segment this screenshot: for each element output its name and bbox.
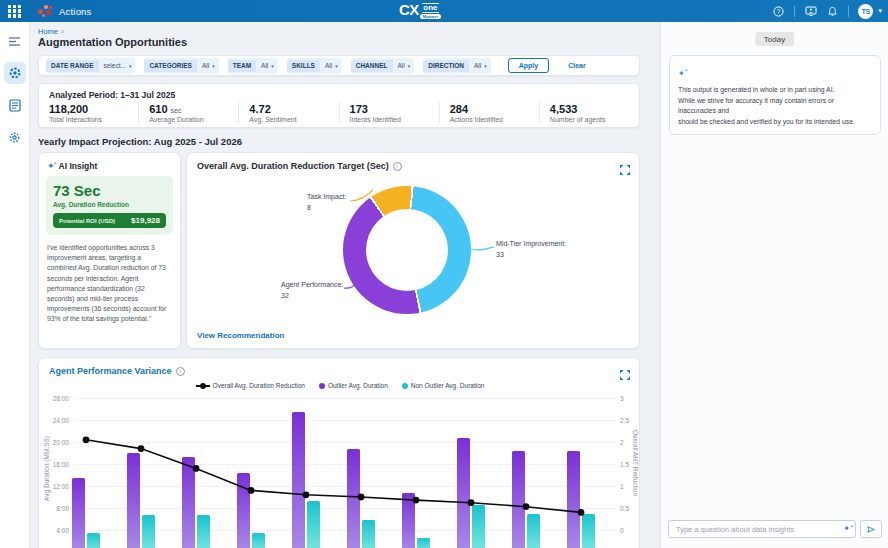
duration-reduction-label: Avg. Duration Reduction xyxy=(53,201,166,208)
line-point xyxy=(413,497,420,504)
line-point xyxy=(193,465,200,472)
chevron-down-icon[interactable]: ▾ xyxy=(878,7,882,15)
legend-overall-reduction[interactable]: Overall Avg. Duration Reduction xyxy=(196,382,305,389)
filter-channel[interactable]: CHANNEL All ▾ xyxy=(351,58,415,74)
summary-card: Analyzed Period: 1–31 Jul 2025 118,200 T… xyxy=(38,83,640,128)
line-point xyxy=(578,509,585,516)
cxone-logo: CX one Mpower xyxy=(399,2,441,19)
filter-categories[interactable]: CATEGORIES All ▾ xyxy=(144,58,218,74)
page-title: Augmentation Opportunities xyxy=(38,36,187,48)
ai-insight-highlight: 73 Sec Avg. Duration Reduction Potential… xyxy=(46,176,173,235)
filter-date-range[interactable]: DATE RANGE select... ▾ xyxy=(46,58,135,74)
agent-performance-variance-card: Agent Performance Variance i Overall Avg… xyxy=(38,357,640,548)
axis-tick-left: 8:00 xyxy=(56,505,69,512)
axis-tick-left: 16:00 xyxy=(53,461,69,468)
duration-reduction-target-card: Overall Avg. Duration Reduction Target (… xyxy=(186,152,640,349)
filter-bar: DATE RANGE select... ▾ CATEGORIES All ▾ … xyxy=(38,55,640,76)
ai-disclaimer-card: ✦ This output is generated in whole or i… xyxy=(669,55,881,135)
variance-line xyxy=(86,440,581,513)
clear-button[interactable]: Clear xyxy=(562,61,592,70)
nav-form-icon[interactable] xyxy=(4,94,26,116)
line-point xyxy=(248,487,255,494)
app-root: Actions CX one Mpower ? TS ▾ xyxy=(0,0,888,548)
apply-button[interactable]: Apply xyxy=(508,58,549,73)
chat-input-box: ✦ xyxy=(668,520,856,538)
donut-hole xyxy=(366,209,448,291)
nav-list-icon[interactable] xyxy=(4,30,26,52)
donut-label-task-impact: Task Impact: 8 xyxy=(307,192,346,213)
section-title: Yearly Impact Projection: Aug 2025 - Jul… xyxy=(38,136,242,147)
legend-dot-non-outlier xyxy=(402,383,408,389)
left-nav-rail xyxy=(0,22,30,548)
info-icon[interactable]: i xyxy=(176,367,185,376)
metric-actions-identified: 284 Actions Identified xyxy=(439,102,539,123)
axis-tick-left: 28:00 xyxy=(53,395,69,402)
svg-text:?: ? xyxy=(777,7,781,14)
donut-label-mid-tier: Mid-Tier Improvement: 33 xyxy=(496,239,566,260)
axis-tick-right: 3 xyxy=(620,395,624,402)
ai-insight-title: AI Insight xyxy=(59,161,98,171)
sparkle-ai-icon: ✦ xyxy=(47,162,55,170)
line-point xyxy=(303,491,310,498)
chevron-down-icon: ▾ xyxy=(408,63,411,69)
leader-mid xyxy=(471,247,494,250)
ai-insight-body: I've identified opportunities across 3 i… xyxy=(39,235,180,333)
sparkle-ai-icon: ✦ xyxy=(678,69,685,78)
line-point xyxy=(523,503,530,510)
send-icon xyxy=(867,525,875,534)
nav-settings-gear-icon[interactable] xyxy=(4,126,26,148)
axis-tick-right: 0 xyxy=(620,527,624,534)
chevron-down-icon: ▾ xyxy=(335,63,338,69)
topbar: Actions CX one Mpower ? TS ▾ xyxy=(0,0,888,22)
bell-icon[interactable] xyxy=(826,5,839,18)
chevron-down-icon: ▾ xyxy=(484,63,487,69)
topbar-separator xyxy=(848,6,849,17)
app-grid-icon[interactable] xyxy=(8,5,21,18)
duration-reduction-value: 73 Sec xyxy=(53,182,166,199)
view-recommendation-link[interactable]: View Recommendation xyxy=(197,331,284,340)
legend-dot-outlier xyxy=(319,383,325,389)
breadcrumb[interactable]: Home > xyxy=(38,27,65,36)
variance-line-svg xyxy=(75,398,615,548)
axis-tick-right: 0.5 xyxy=(620,505,629,512)
chat-input[interactable] xyxy=(674,524,843,535)
legend-line-marker xyxy=(196,385,210,387)
chevron-down-icon: ▾ xyxy=(129,63,132,69)
metric-average-duration: 610 sec Average Duration xyxy=(138,102,238,123)
axis-tick-left: 24:00 xyxy=(53,417,69,424)
line-point xyxy=(138,445,145,452)
metric-total-interactions: 118,200 Total Interactions xyxy=(49,102,138,123)
filter-skills[interactable]: SKILLS All ▾ xyxy=(287,58,342,74)
info-icon[interactable]: i xyxy=(393,162,402,171)
chevron-down-icon: ▾ xyxy=(271,63,274,69)
analyzed-period: Analyzed Period: 1–31 Jul 2025 xyxy=(39,84,639,102)
screen-agent-icon[interactable] xyxy=(804,5,817,18)
axis-tick-right: 1 xyxy=(620,483,624,490)
line-point xyxy=(83,436,90,443)
chevron-down-icon: ▾ xyxy=(212,63,215,69)
ai-assistant-panel: Today ✦ This output is generated in whol… xyxy=(660,22,888,548)
topbar-separator xyxy=(794,6,795,17)
user-avatar[interactable]: TS xyxy=(858,4,873,19)
axis-tick-right: 1.5 xyxy=(620,461,629,468)
variance-grid xyxy=(75,398,615,548)
line-point xyxy=(358,494,365,501)
help-icon[interactable]: ? xyxy=(772,5,785,18)
variance-card-title: Agent Performance Variance xyxy=(49,366,172,376)
donut-card-title: Overall Avg. Duration Reduction Target (… xyxy=(197,161,389,171)
axis-tick-left: 12:00 xyxy=(53,483,69,490)
filter-team[interactable]: TEAM All ▾ xyxy=(228,58,278,74)
sparkle-ai-icon: ✦ xyxy=(843,525,850,533)
nav-automation-icon[interactable] xyxy=(4,62,26,84)
axis-tick-left: 4:00 xyxy=(56,527,69,534)
legend-non-outlier[interactable]: Non Outlier Avg. Duration xyxy=(402,382,485,389)
axis-tick-right: 2.5 xyxy=(620,417,629,424)
app-title: Actions xyxy=(59,6,92,17)
left-axis-title: Avg Duration (MM:SS) xyxy=(43,436,50,501)
metric-number-of-agents: 4,533 Number of agents xyxy=(539,102,639,123)
date-pill: Today xyxy=(755,32,794,46)
expand-icon[interactable] xyxy=(620,161,630,179)
send-button[interactable] xyxy=(860,520,882,538)
legend-outlier[interactable]: Outlier Avg. Duration xyxy=(319,382,388,389)
filter-direction[interactable]: DIRECTION All ▾ xyxy=(423,58,491,74)
